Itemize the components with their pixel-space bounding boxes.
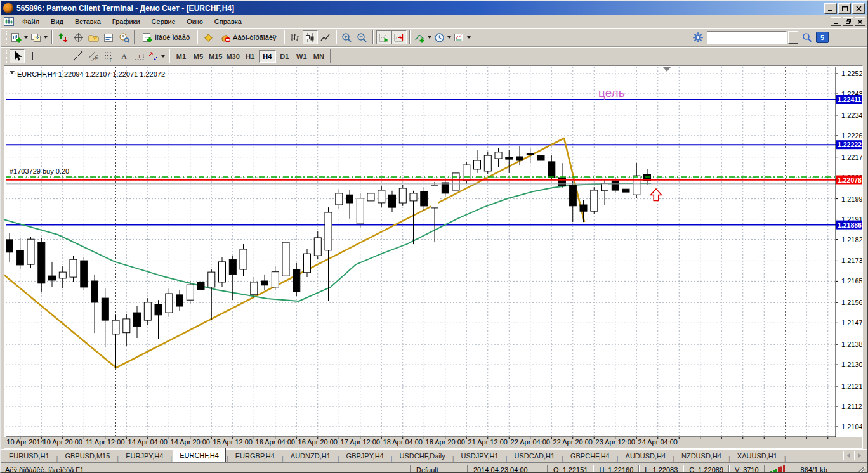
chart-tab-gbpusd-m15[interactable]: GBPUSD,M15	[58, 450, 116, 462]
new-chart-button[interactable]	[10, 30, 29, 44]
zoom-out-button[interactable]	[355, 30, 370, 44]
status-profile[interactable]: Default	[411, 464, 467, 473]
price-chart[interactable]: 1.225201.224351.223451.222601.221701.220…	[4, 66, 862, 448]
navigator-button[interactable]	[86, 30, 101, 44]
crosshair-tool-button[interactable]	[25, 49, 40, 63]
periods-button[interactable]	[433, 30, 452, 44]
trendline-tool-button[interactable]	[70, 49, 86, 63]
svg-text:1.21300: 1.21300	[841, 361, 862, 368]
svg-text:16 Apr 04:00: 16 Apr 04:00	[256, 438, 295, 446]
timeframe-m1-button[interactable]: M1	[173, 50, 190, 63]
menu-файл[interactable]: Файл	[16, 16, 45, 27]
metaeditor-button[interactable]	[201, 30, 216, 44]
chart-tab-gbpchf-h4[interactable]: GBPCHF,H4	[564, 450, 616, 462]
hline-tool-button[interactable]	[55, 49, 70, 63]
toolbar-separator	[134, 30, 135, 44]
chart-tab-usdjpy-h1[interactable]: USDJPY,H1	[455, 450, 505, 462]
chart-tab-gbpjpy-h4[interactable]: GBPJPY,H4	[340, 450, 390, 462]
chart-shift-button[interactable]	[391, 30, 407, 44]
status-help-text: Äëÿ ñïðàâêè, íàæìèòå F1	[3, 464, 410, 473]
text-tool-button[interactable]: A	[116, 49, 131, 63]
arrows-tool-button[interactable]	[147, 49, 166, 63]
svg-text:1.21040: 1.21040	[841, 423, 862, 431]
zoom-out-icon	[357, 32, 367, 43]
resize-grip[interactable]	[856, 465, 865, 473]
chart-tab-eurusd-h1[interactable]: EURUSD,H1	[3, 450, 56, 462]
cursor-tool-button[interactable]	[10, 49, 25, 63]
search-dropdown-button[interactable]	[788, 31, 798, 44]
new-order-button[interactable]: Íîâûé Îðäåð	[138, 30, 194, 44]
svg-text:A: A	[121, 52, 127, 61]
data-window-button[interactable]	[70, 30, 86, 44]
messages-count-badge[interactable]: 5	[816, 32, 829, 43]
text-icon: A	[119, 51, 129, 62]
menu-справка[interactable]: Справка	[209, 16, 247, 27]
timeframe-h1-button[interactable]: H1	[242, 50, 259, 63]
svg-text:1.22078: 1.22078	[838, 176, 862, 184]
chart-tab-eurjpy-h4[interactable]: EURJPY,H4	[119, 450, 169, 462]
search-go-button[interactable]	[799, 30, 815, 44]
svg-text:18 Apr 04:00: 18 Apr 04:00	[383, 438, 423, 446]
timeframe-mn-button[interactable]: MN	[310, 50, 327, 63]
menu-окно[interactable]: Окно	[181, 16, 209, 27]
text-label-icon: T	[134, 51, 145, 62]
svg-text:16 Apr 20:00: 16 Apr 20:00	[298, 438, 338, 446]
svg-text:1.21385: 1.21385	[841, 340, 862, 348]
timeframe-w1-button[interactable]: W1	[293, 50, 310, 63]
auto-scroll-button[interactable]	[376, 30, 391, 44]
timeframe-d1-button[interactable]: D1	[276, 50, 293, 63]
text-label-tool-button[interactable]: T	[131, 49, 147, 63]
menu-графики[interactable]: Графики	[107, 16, 146, 27]
timeframe-m30-button[interactable]: M30	[224, 50, 241, 63]
chart-tab-usdchf-daily[interactable]: USDCHF,Daily	[393, 450, 452, 462]
app-logo-icon	[3, 3, 13, 13]
close-button[interactable]	[852, 3, 865, 14]
child-minimize-button[interactable]	[831, 17, 841, 26]
child-close-button[interactable]	[855, 17, 865, 26]
chart-tab-audusd-h4[interactable]: AUDUSD,H4	[619, 450, 673, 462]
chart-tab-xauusd-h1[interactable]: XAUUSD,H1	[731, 450, 784, 462]
bar-chart-button[interactable]	[287, 30, 303, 44]
svg-text:1.21475: 1.21475	[841, 319, 862, 327]
toolbar-gripper[interactable]	[4, 31, 7, 44]
zoom-in-button[interactable]	[339, 30, 355, 44]
timeframe-m15-button[interactable]: M15	[207, 50, 224, 63]
vline-tool-button[interactable]	[40, 49, 55, 63]
tab-scroll-left-button[interactable]	[843, 451, 853, 460]
menu-вид[interactable]: Вид	[45, 16, 69, 27]
autotrading-button[interactable]: Àâòî-òîðãîâëÿ	[216, 30, 281, 44]
connection-bars-icon	[765, 464, 792, 473]
strategy-tester-button[interactable]	[116, 30, 131, 44]
toolbar-separator	[409, 30, 411, 44]
menu-сервис[interactable]: Сервис	[146, 16, 181, 27]
settings-button[interactable]	[690, 30, 706, 44]
indicators-button[interactable]	[413, 30, 433, 44]
channel-tool-button[interactable]: E	[86, 49, 101, 63]
search-input[interactable]	[707, 31, 787, 44]
line-chart-button[interactable]	[318, 30, 333, 44]
menu-вставка[interactable]: Вставка	[69, 16, 107, 27]
fibonacci-icon: F	[103, 51, 114, 62]
maximize-button[interactable]	[838, 3, 851, 14]
fibonacci-tool-button[interactable]: F	[101, 49, 116, 63]
timeframes-group: M1M5M15M30H1H4D1W1MN	[173, 50, 327, 63]
timeframe-h4-button[interactable]: H4	[259, 50, 276, 63]
candle-chart-button[interactable]	[303, 30, 318, 44]
svg-text:18 Apr 20:00: 18 Apr 20:00	[426, 438, 465, 446]
templates-button[interactable]	[452, 30, 472, 44]
chart-tab-audnzd-h1[interactable]: AUDNZD,H1	[284, 450, 337, 462]
market-watch-button[interactable]	[55, 30, 70, 44]
chart-tab-eurgbp-h4[interactable]: EURGBP,H4	[229, 450, 281, 462]
profiles-button[interactable]	[29, 30, 49, 44]
status-bar: Äëÿ ñïðàâêè, íàæìèòå F1 Default 2014.04.…	[1, 462, 867, 473]
tab-scroll-right-button[interactable]	[854, 451, 864, 460]
chart-tab-usdcad-h1[interactable]: USDCAD,H1	[508, 450, 562, 462]
svg-text:22 Apr 20:00: 22 Apr 20:00	[553, 438, 593, 446]
minimize-button[interactable]	[824, 3, 837, 14]
toolbar-gripper[interactable]	[4, 50, 7, 63]
chart-tab-eurchf-h4[interactable]: EURCHF,H4	[173, 448, 226, 462]
chart-tab-nzdusd-h4[interactable]: NZDUSD,H4	[675, 450, 728, 462]
terminal-button[interactable]	[101, 30, 116, 44]
timeframe-m5-button[interactable]: M5	[190, 50, 207, 63]
child-restore-button[interactable]	[843, 17, 853, 26]
